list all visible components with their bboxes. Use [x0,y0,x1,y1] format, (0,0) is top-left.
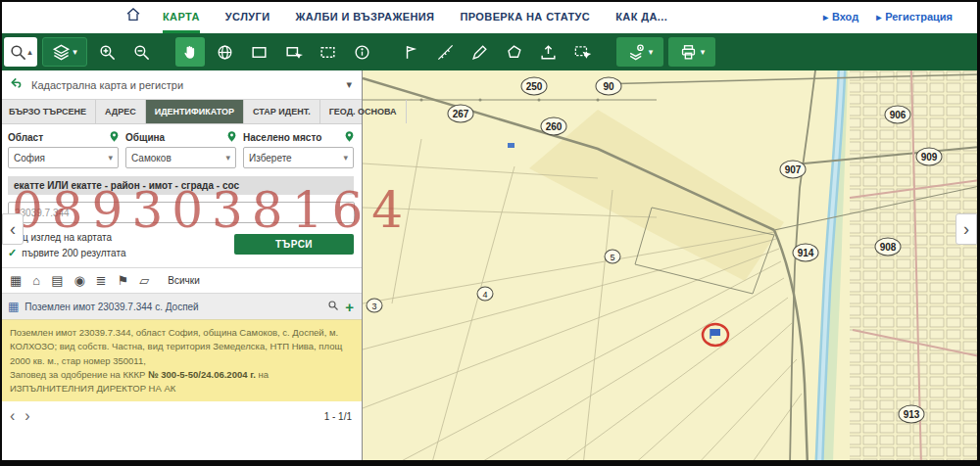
oblast-label-row: Област [8,131,119,144]
nav-item-uslugi[interactable]: УСЛУГИ [225,0,270,33]
map-parcel-label-914: 914 [793,244,819,262]
check-icon[interactable]: ✓ [8,247,17,259]
tab-star-ident[interactable]: СТАР ИДЕНТ. [244,100,320,123]
map-parcel-label-4: 4 [477,287,494,302]
map-parcel-label-260: 260 [541,117,567,136]
select-features-button[interactable] [313,37,342,67]
login-label: Вход [832,11,858,23]
polygon-icon [505,43,523,62]
oblast-select[interactable]: София ▾ [8,147,119,168]
layers-button[interactable]: ▾ [42,37,87,67]
search-tool-button[interactable]: ▴ [4,37,37,67]
panel-header: Кадастрална карта и регистри ▾ [0,70,362,100]
center-view-label: ц изглед на картата [23,232,112,243]
nav-item-zhalbi[interactable]: ЖАЛБИ И ВЪЗРАЖЕНИЯ [295,0,434,33]
zoom-out-button[interactable] [126,37,156,67]
nav-item-karta[interactable]: КАРТА [163,0,200,33]
tab-geod-osnova[interactable]: ГЕОД. ОСНОВА [320,100,407,123]
select-area-icon [573,43,592,62]
printer-icon [679,43,698,62]
search-button[interactable]: ТЪРСИ [234,234,354,255]
select-area-button[interactable] [567,37,597,67]
ruler-icon [436,43,455,62]
full-extent-button[interactable] [244,37,273,67]
nav-item-kak-da[interactable]: КАК ДА... [615,0,667,33]
oblast-label: Област [8,132,43,143]
search-controls: ц изглед на картата ✓ първите 200 резулт… [0,223,362,259]
map-pin-icon [345,131,354,144]
chevron-down-icon: ▾ [701,48,706,57]
obshtina-select[interactable]: Самоков ▾ [125,147,236,168]
nav-right-links: ▸ Вход ▸ Регистрация [823,0,980,33]
polygon-button[interactable] [499,37,528,67]
globe-button[interactable] [210,37,239,67]
tab-identifikator[interactable]: ИДЕНТИФИКАТОР [146,100,244,123]
polygon-filter-icon[interactable]: ▱ [139,274,149,287]
zoom-in-icon [98,43,117,62]
carousel-prev-button[interactable]: ‹ [2,213,24,245]
draw-button[interactable] [465,37,494,67]
result-order-number: № 300-5-50/24.06.2004 г. [148,369,256,380]
chevron-down-icon: ▾ [108,153,113,163]
print-button[interactable]: ▾ [668,37,715,67]
home-button[interactable] [125,0,141,33]
add-result-icon[interactable]: + [345,299,354,315]
chevron-up-icon: ▴ [27,48,32,57]
home-filter-icon[interactable]: ⌂ [32,274,40,287]
panel-collapse-chevron-icon[interactable]: ▾ [346,78,352,91]
carousel-next-button[interactable]: › [956,213,977,245]
filter-all-label[interactable]: Всички [168,275,199,286]
tab-barzo-tarsene[interactable]: БЪРЗО ТЪРСЕНЕ [0,100,96,123]
login-link[interactable]: ▸ Вход [823,11,858,23]
map-parcel-label-267: 267 [448,105,474,123]
flag-filter-icon[interactable]: ⚑ [118,274,129,287]
extent-rect-icon [250,43,269,62]
result-line1: Поземлен имот 23039.7.344, област София,… [10,327,342,366]
upload-button[interactable] [533,37,563,67]
layers-filter-icon[interactable]: ≣ [96,274,107,287]
naseleno-select[interactable]: Изберете ▾ [243,147,354,168]
search-panel: Кадастрална карта и регистри ▾ БЪРЗО ТЪР… [0,70,363,466]
map-parcel-label-909: 909 [916,148,943,166]
result-details: Поземлен имот 23039.7.344, област София,… [0,320,362,401]
obshtina-label-row: Община [125,131,236,144]
obshtina-value: Самоков [131,153,172,163]
frame-left [0,0,2,466]
zoom-in-button[interactable] [92,37,122,67]
measure-button[interactable] [430,37,460,67]
select-rect-button[interactable] [278,37,308,67]
info-button[interactable] [347,37,376,67]
register-link[interactable]: ▸ Регистрация [876,11,953,23]
page-prev-icon[interactable]: ‹ [10,408,15,424]
cadastral-map[interactable]: 25090267260907906909914908913543 [363,70,980,466]
page-next-icon[interactable]: › [24,408,29,424]
chevron-down-icon: ▾ [73,48,77,57]
spot-flag-button[interactable] [396,37,425,67]
map-parcel-label-906: 906 [885,106,911,124]
nav-item-proverka[interactable]: ПРОВЕРКА НА СТАТУС [460,0,590,33]
home-icon [125,7,141,26]
building-filter-icon[interactable]: ▤ [51,274,63,287]
map-blue-label [508,143,514,148]
oblast-value: София [14,153,45,163]
tab-adres[interactable]: АДРЕС [96,100,146,123]
map-parcel-label-3: 3 [367,299,383,313]
grid-filter-icon[interactable]: ▦ [10,274,22,287]
pan-tool-button[interactable] [175,37,205,67]
top-navigation: КАРТА УСЛУГИ ЖАЛБИ И ВЪЗРАЖЕНИЯ ПРОВЕРКА… [0,0,980,33]
map-parcel-label-250: 250 [521,77,548,96]
pin-filter-icon[interactable]: ◉ [74,274,84,287]
hand-pan-icon [181,43,200,62]
map-parcel-label-913: 913 [899,405,925,424]
map-parcel-label-907: 907 [780,161,807,179]
identifier-input[interactable] [8,202,355,223]
register-arrow-icon: ▸ [876,12,881,23]
zoom-to-result-icon[interactable] [327,298,339,315]
naseleno-value: Изберете [249,153,292,163]
layers-icon [52,43,71,62]
back-arrow-icon[interactable] [10,76,24,94]
result-header-row[interactable]: ▦ Поземлен имот 23039.7.344 с. Доспей + [0,293,362,320]
layer-info-button[interactable]: ▾ [616,37,663,67]
panel-title: Кадастрална карта и регистри [31,79,183,91]
zoom-out-icon [132,43,151,62]
